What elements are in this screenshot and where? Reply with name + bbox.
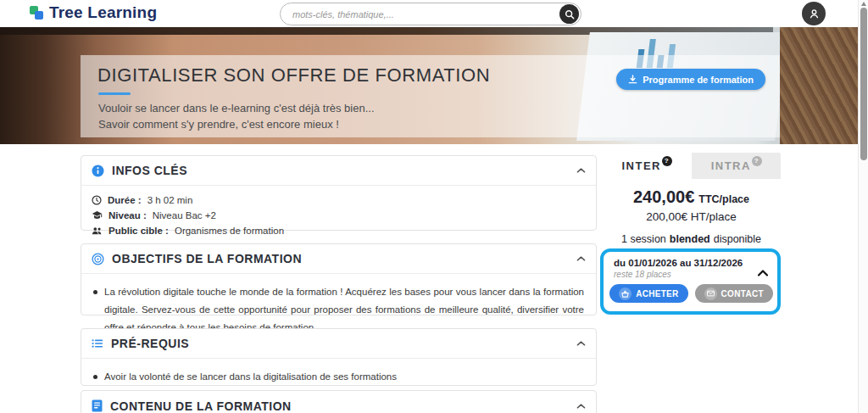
list-icon	[92, 338, 103, 349]
search-bar	[280, 3, 581, 25]
section-contenu: CONTENU DE LA FORMATION	[81, 390, 597, 413]
chevron-up-icon[interactable]	[576, 255, 586, 262]
scroll-up-arrow[interactable]	[861, 2, 866, 6]
section-title: INFOS CLÉS	[112, 164, 569, 177]
session-date-range: du 01/01/2026 au 31/12/2026	[614, 258, 769, 268]
bullet-icon	[93, 290, 97, 294]
hero-subtitle-line2: Savoir comment s'y prendre, c'est encore…	[98, 118, 339, 131]
section-title: OBJECTIFS DE LA FORMATION	[112, 252, 569, 265]
availability-prefix: 1 session	[621, 233, 666, 245]
price-ttc: 240,00€	[633, 187, 694, 207]
price-ttc-line: 240,00€ TTC/place	[602, 187, 781, 207]
logo-text: Tree Learning	[49, 3, 157, 22]
tree-learning-logo-icon	[30, 6, 44, 20]
prerequis-bullet: Avoir la volonté de se lancer dans la di…	[81, 359, 596, 386]
chevron-up-icon[interactable]	[576, 167, 586, 174]
scrollbar	[858, 0, 868, 413]
section-title: PRÉ-REQUIS	[111, 337, 569, 350]
user-account-button[interactable]	[802, 2, 826, 25]
page: DIGITALISER SON OFFRE DE FORMATION Voulo…	[0, 0, 868, 413]
buy-button-label: ACHETER	[636, 289, 678, 299]
session-card: du 01/01/2026 au 31/12/2026 reste 18 pla…	[600, 248, 781, 315]
hero-banner: DIGITALISER SON OFFRE DE FORMATION Voulo…	[0, 27, 868, 144]
info-value: 3 h 02 min	[147, 195, 193, 205]
section-objectifs: OBJECTIFS DE LA FORMATION La révolution …	[81, 243, 597, 315]
prerequis-header[interactable]: PRÉ-REQUIS	[81, 329, 596, 359]
users-icon	[92, 226, 103, 236]
hero-photo-wood-desk	[780, 27, 868, 144]
info-value: Niveau Bac +2	[153, 210, 216, 220]
prerequis-text: Avoir la volonté de se lancer dans la di…	[104, 368, 397, 386]
info-row-audience: Public cible : Organismes de formation	[92, 223, 586, 238]
graduation-cap-icon	[92, 210, 103, 220]
program-download-button[interactable]: Programme de formation	[616, 69, 765, 90]
info-value: Organismes de formation	[175, 226, 284, 236]
pricing-tabs: INTER ? INTRA ?	[602, 153, 781, 179]
top-header: Tree Learning	[0, 0, 868, 27]
document-icon	[92, 399, 103, 412]
contact-button-label: CONTACT	[721, 289, 764, 299]
objectifs-bullet: La révolution digitale touche le monde d…	[81, 274, 596, 337]
clock-icon	[92, 195, 102, 205]
help-icon[interactable]: ?	[662, 156, 672, 166]
section-infos-cles: INFOS CLÉS Durée : 3 h 02 min Niveau : N…	[81, 155, 597, 231]
hero-overlay: DIGITALISER SON OFFRE DE FORMATION Voulo…	[81, 55, 780, 137]
chevron-up-icon[interactable]	[576, 403, 586, 410]
objectifs-header[interactable]: OBJECTIFS DE LA FORMATION	[81, 244, 596, 274]
price-ttc-suffix: TTC/place	[698, 193, 749, 205]
tab-inter[interactable]: INTER ?	[602, 153, 692, 179]
info-icon	[92, 165, 104, 177]
tab-intra[interactable]: INTRA ?	[692, 153, 782, 179]
section-prerequis: PRÉ-REQUIS Avoir la volonté de se lancer…	[81, 328, 597, 386]
tab-inter-label: INTER	[622, 159, 662, 172]
help-icon[interactable]: ?	[752, 156, 762, 166]
search-input[interactable]	[281, 9, 559, 20]
buy-button[interactable]: ACHETER	[609, 284, 687, 303]
price-block: 240,00€ TTC/place 200,00€ HT/place	[602, 187, 781, 223]
basket-icon	[619, 287, 632, 300]
price-ht: 200,00€ HT/place	[602, 210, 781, 223]
scrollbar-thumb[interactable]	[860, 8, 867, 160]
bullet-icon	[93, 375, 97, 379]
info-row-duration: Durée : 3 h 02 min	[92, 193, 586, 208]
session-availability: 1 session blended disponible	[602, 233, 781, 245]
section-title: CONTENU DE LA FORMATION	[110, 399, 569, 413]
info-label: Public cible :	[108, 226, 169, 236]
search-button[interactable]	[559, 4, 579, 24]
title-underline	[98, 92, 131, 95]
tab-intra-label: INTRA	[711, 159, 751, 172]
contenu-header[interactable]: CONTENU DE LA FORMATION	[81, 391, 596, 413]
page-title: DIGITALISER SON OFFRE DE FORMATION	[97, 64, 490, 87]
envelope-icon	[704, 287, 717, 300]
session-buttons: ACHETER CONTACT	[614, 284, 769, 303]
download-icon	[628, 75, 637, 84]
contact-button[interactable]: CONTACT	[695, 284, 773, 303]
program-button-label: Programme de formation	[643, 75, 754, 85]
hero-subtitle-line1: Vouloir se lancer dans le e-learning c'e…	[98, 102, 375, 114]
search-icon	[565, 9, 575, 20]
user-icon	[808, 8, 821, 20]
logo[interactable]: Tree Learning	[30, 3, 157, 22]
availability-suffix: disponible	[714, 233, 761, 245]
info-row-level: Niveau : Niveau Bac +2	[92, 208, 586, 223]
infos-cles-list: Durée : 3 h 02 min Niveau : Niveau Bac +…	[81, 186, 596, 238]
chevron-up-icon[interactable]	[576, 340, 586, 347]
info-label: Niveau :	[108, 210, 147, 220]
target-icon	[92, 253, 104, 265]
chevron-up-icon[interactable]	[757, 265, 769, 281]
infos-cles-header[interactable]: INFOS CLÉS	[81, 156, 596, 186]
availability-mode: blended	[670, 233, 710, 245]
info-label: Durée :	[108, 195, 142, 205]
session-remaining-places: reste 18 places	[614, 270, 769, 279]
